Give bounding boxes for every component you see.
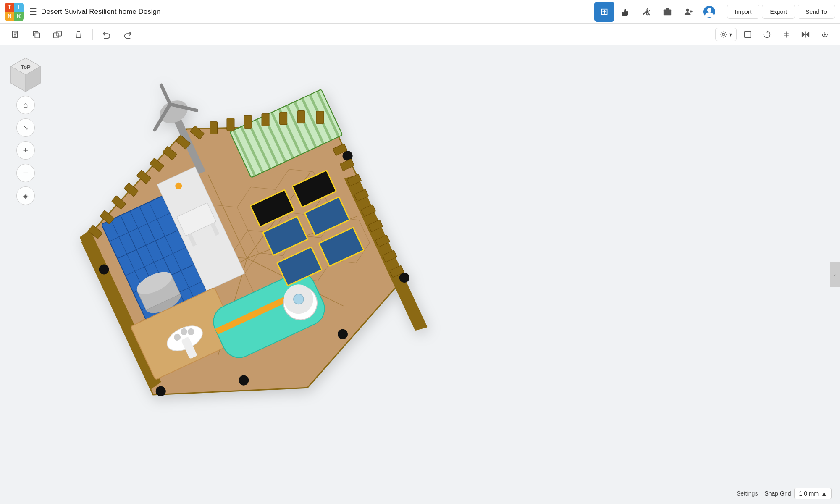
svg-rect-171: [262, 113, 269, 126]
toolbar-separator-1: [92, 29, 93, 40]
add-user-button[interactable]: [678, 2, 698, 22]
svg-rect-172: [280, 112, 287, 125]
send-to-button[interactable]: Send To: [798, 5, 835, 19]
home-view-button[interactable]: ⌂: [16, 96, 35, 114]
svg-point-14: [824, 34, 825, 35]
perspective-button[interactable]: ◈: [16, 186, 35, 205]
settings-link[interactable]: Settings: [737, 490, 758, 497]
3d-model: [76, 79, 437, 407]
left-panel: ToP ⌂ ⤡ + − ◈: [7, 54, 45, 205]
fit-view-button[interactable]: ⤡: [16, 118, 35, 137]
svg-rect-170: [244, 116, 252, 128]
right-collapse-tab[interactable]: ‹: [830, 262, 840, 287]
svg-marker-12: [802, 32, 805, 37]
snap-grid-chevron: ▲: [821, 490, 827, 497]
svg-line-100: [161, 85, 170, 104]
svg-marker-13: [806, 32, 809, 37]
zoom-in-button[interactable]: +: [16, 141, 35, 160]
canvas-area[interactable]: ToP ⌂ ⤡ + − ◈: [0, 45, 840, 504]
zoom-out-button[interactable]: −: [16, 164, 35, 182]
svg-rect-0: [664, 9, 671, 15]
dropdown-arrow-icon: ▾: [729, 31, 732, 38]
svg-rect-1: [666, 8, 669, 10]
snap-grid-control: Snap Grid 1.0 mm ▲: [764, 488, 832, 499]
align-button[interactable]: [778, 26, 795, 43]
svg-point-5: [707, 8, 711, 12]
settings-bar: Settings Snap Grid 1.0 mm ▲: [737, 488, 832, 499]
menu-icon[interactable]: ☰: [29, 7, 37, 17]
import-button[interactable]: Import: [727, 5, 760, 19]
snap-grid-value-control[interactable]: 1.0 mm ▲: [794, 488, 832, 499]
snap-button[interactable]: [816, 26, 833, 43]
svg-rect-174: [316, 111, 324, 124]
snap-grid-label: Snap Grid: [764, 490, 791, 497]
svg-text:ToP: ToP: [21, 64, 31, 70]
light-dropdown[interactable]: ▾: [715, 28, 737, 41]
svg-rect-173: [297, 111, 305, 123]
logo-t: T: [5, 3, 14, 12]
svg-point-10: [722, 33, 725, 36]
export-button[interactable]: Export: [762, 5, 795, 19]
duplicate-button[interactable]: [49, 26, 66, 43]
svg-rect-169: [227, 118, 234, 131]
logo-i: I: [14, 3, 24, 12]
build-tool-button[interactable]: [636, 2, 656, 22]
logo-k: K: [14, 12, 24, 21]
svg-point-3: [686, 8, 689, 11]
project-title: Desert Suvival Resilient home Design: [41, 8, 590, 16]
redo-button[interactable]: [119, 26, 136, 43]
right-tools: ▾: [715, 26, 833, 43]
top-bar: T I N K ☰ Desert Suvival Resilient home …: [0, 0, 840, 24]
snap-grid-value-text: 1.0 mm: [799, 490, 819, 497]
grid-view-button[interactable]: ⊞: [594, 2, 614, 22]
rotate-button[interactable]: [759, 26, 775, 43]
svg-rect-8: [54, 33, 58, 38]
profile-button[interactable]: [699, 2, 719, 22]
new-doc-button[interactable]: [7, 26, 24, 43]
secondary-toolbar: ▾: [0, 24, 840, 45]
view-cube[interactable]: ToP: [7, 54, 45, 92]
svg-rect-168: [210, 121, 218, 134]
logo-n: N: [5, 12, 14, 21]
logo[interactable]: T I N K: [5, 3, 24, 21]
copy-button[interactable]: [28, 26, 45, 43]
action-buttons: Import Export Send To: [727, 5, 835, 19]
undo-button[interactable]: [98, 26, 116, 43]
main-area: ToP ⌂ ⤡ + − ◈: [0, 45, 840, 504]
svg-point-99: [156, 96, 192, 128]
delete-button[interactable]: [70, 26, 87, 43]
svg-rect-9: [57, 31, 61, 36]
top-icon-group: ⊞: [594, 2, 719, 22]
camera-tool-button[interactable]: [657, 2, 677, 22]
hand-tool-button[interactable]: [615, 2, 635, 22]
svg-rect-7: [35, 33, 39, 38]
svg-rect-11: [745, 31, 751, 37]
select-shape-button[interactable]: [739, 26, 756, 43]
mirror-button[interactable]: [797, 26, 814, 43]
